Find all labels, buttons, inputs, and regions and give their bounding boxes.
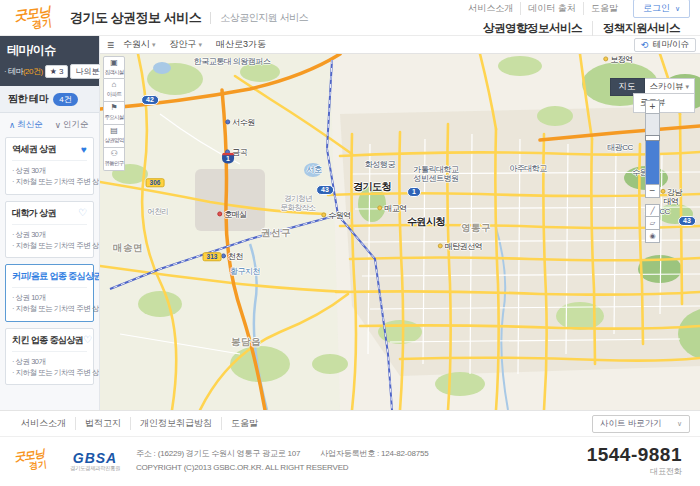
map-tool-label: 집객시설 <box>104 68 123 76</box>
theme-issue-button[interactable]: ⟲ 테마/이슈 <box>634 38 696 52</box>
footer-address-block: 주소 : (16229) 경기도 수원시 영통구 광교로 107 사업자등록번호… <box>136 447 428 474</box>
gbsa-logo: GBSA 경기도경제과학진흥원 <box>70 451 120 472</box>
theme-card-0[interactable]: 역세권 상권♥상권 30개지하철 또는 기차역 주변 상권 <box>5 137 94 195</box>
footer-links-bar: 서비스소개법적고지개인정보취급방침도움말 사이트 바로가기 ∨ <box>0 410 700 436</box>
liked-themes-count-badge: 4건 <box>53 93 77 106</box>
login-label: 로그인 <box>643 2 670 15</box>
map-canvas[interactable]: 한국교통대 의왕캠퍼스보정역경기도청수원시청수원역매교역매탄권선역서호화성행궁가… <box>100 54 700 410</box>
map-area: ≡ 수원시장안구매산로3가동 ⟲ 테마/이슈 <box>100 36 700 410</box>
chevron-down-icon: ∨ <box>675 5 680 13</box>
divider <box>210 12 211 24</box>
theme-card-list: 역세권 상권♥상권 30개지하철 또는 기차역 주변 상권대학가 상권♡상권 3… <box>0 135 99 393</box>
utility-link-1[interactable]: 데이터 출처 <box>520 2 583 15</box>
theme-card-detail-line: 지하철 또는 기차역 주변 상권 <box>12 240 87 251</box>
liked-themes-section: 찜한 테마 4건 <box>0 86 99 113</box>
zoom-slider-handle[interactable] <box>645 135 660 141</box>
login-button[interactable]: 로그인 ∨ <box>633 0 690 18</box>
footer-phone-block: 1544-9881 대표전화 <box>587 445 686 477</box>
map-tool-4[interactable]: ⚇유동인구 <box>103 148 125 171</box>
region-select-0[interactable]: 수원시 <box>123 38 155 51</box>
theme-tab-count: (20건) <box>23 67 43 76</box>
map-tool-label: 유동인구 <box>104 159 123 167</box>
sidebar-tab-1[interactable]: ★ 3 <box>45 65 69 78</box>
sidebar: 테마/이슈 테마(20건)★ 3나의분석 찜한 테마 4건 ∧최신순∨인기순 역… <box>0 36 100 410</box>
heart-icon[interactable]: ♡ <box>78 208 87 218</box>
menu-icon[interactable]: ≡ <box>107 39 114 51</box>
nav-tab-0[interactable]: 상권영향정보서비스 <box>473 21 592 36</box>
sidebar-title: 테마/이슈 <box>7 42 92 59</box>
theme-card-details: 상권 30개지하철 또는 기차역 주변 상권 <box>12 224 87 252</box>
footer-address: 주소 : (16229) 경기도 수원시 영통구 광교로 107 <box>136 449 300 458</box>
theme-card-detail-line: 지하철 또는 기차역 주변 상권 <box>12 176 87 187</box>
goodmorning-gyeonggi-logo-footer: 굿모닝 경기 <box>14 446 54 476</box>
theme-issue-label: 테마/이슈 <box>653 39 689 51</box>
map-tool-label: 아파트 <box>107 90 121 98</box>
ruler-icon[interactable]: ╱ <box>645 204 660 217</box>
sidebar-tabs: 테마(20건)★ 3나의분석 <box>0 64 99 86</box>
footer-links: 서비스소개법적고지개인정보취급방침도움말 <box>12 417 267 430</box>
region-select-2[interactable]: 매산로3가동 <box>216 38 266 51</box>
footer-copyright: COPYRIGHT (C)2013 GSBC.OR.KR. ALL RIGHT … <box>136 463 348 472</box>
map-tool-2[interactable]: ⚑주요시설 <box>103 102 125 125</box>
zoom-out-button[interactable]: − <box>645 184 660 198</box>
area-icon[interactable]: ▱ <box>645 217 660 230</box>
roadview-option[interactable]: 로드뷰 <box>633 93 695 113</box>
sidebar-tab-theme[interactable]: 테마(20건) <box>4 66 43 77</box>
site-shortcut-select[interactable]: 사이트 바로가기 ∨ <box>592 415 690 433</box>
map-tool-0[interactable]: ▣집객시설 <box>103 56 125 79</box>
zoom-in-button[interactable]: + <box>645 100 660 114</box>
goodmorning-gyeonggi-logo: 굿모닝 경기 <box>14 4 60 32</box>
chevron-down-icon: ∨ <box>677 420 682 428</box>
zoom-slider-fill <box>646 140 659 184</box>
theme-card-detail-line: 상권 30개 <box>12 356 87 367</box>
heart-icon[interactable]: ♥ <box>81 145 87 155</box>
sort-options: ∧최신순∨인기순 <box>0 113 99 135</box>
utility-bar: 서비스소개데이터 출처도움말 로그인 ∨ <box>461 0 690 18</box>
theme-card-details: 상권 30개지하철 또는 기차역 주변 상권 <box>12 351 87 379</box>
roadview-icon[interactable]: ◉ <box>645 230 660 243</box>
map-side-buttons: ╱▱◉ <box>645 204 660 243</box>
logo-text-bottom: 경기 <box>31 15 52 31</box>
theme-card-header: 치킨 업종 중심상권♡ <box>12 334 87 347</box>
house-icon: ⌂ <box>112 81 117 89</box>
sort-label: 인기순 <box>63 119 89 131</box>
book-icon: ▤ <box>110 127 118 135</box>
theme-card-details: 상권 10개지하철 또는 기차역 주변 상권 <box>12 287 87 315</box>
sort-option-1[interactable]: ∨인기순 <box>55 119 89 131</box>
footer-link-2[interactable]: 개인정보취급방침 <box>130 417 221 430</box>
zoom-slider-track[interactable] <box>645 114 660 184</box>
theme-card-details: 상권 30개지하철 또는 기차역 주변 상권 <box>12 160 87 188</box>
footer-link-0[interactable]: 서비스소개 <box>12 417 75 430</box>
map-toolbar: ≡ 수원시장안구매산로3가동 ⟲ 테마/이슈 <box>100 36 700 54</box>
sort-option-0[interactable]: ∧최신순 <box>9 119 43 131</box>
theme-card-title: 치킨 업종 중심상권 <box>12 334 83 347</box>
sort-label: 최신순 <box>17 119 43 131</box>
region-select-1[interactable]: 장안구 <box>169 38 201 51</box>
header: 굿모닝 경기 경기도 상권정보 서비스 소상공인지원 서비스 서비스소개데이터 … <box>0 0 700 36</box>
theme-card-detail-line: 상권 30개 <box>12 229 87 240</box>
footer-link-3[interactable]: 도움말 <box>221 417 267 430</box>
caret-down-icon: ∨ <box>55 120 61 130</box>
footer-phone-number: 1544-9881 <box>587 445 682 466</box>
people-icon: ⚇ <box>110 150 117 158</box>
footer-link-1[interactable]: 법적고지 <box>75 417 130 430</box>
theme-card-2[interactable]: 커피/음료 업종 중심상권♡상권 10개지하철 또는 기차역 주변 상권 <box>5 264 94 322</box>
sidebar-header: 테마/이슈 <box>0 36 99 64</box>
zoom-control: + − ╱▱◉ <box>645 100 660 243</box>
theme-card-3[interactable]: 치킨 업종 중심상권♡상권 30개지하철 또는 기차역 주변 상권 <box>5 328 94 386</box>
building-icon: ▣ <box>110 59 118 67</box>
refresh-circle-icon: ⟲ <box>641 40 649 50</box>
main: 테마/이슈 테마(20건)★ 3나의분석 찜한 테마 4건 ∧최신순∨인기순 역… <box>0 36 700 410</box>
heart-icon[interactable]: ♡ <box>83 335 92 345</box>
theme-card-detail-line: 지하철 또는 기차역 주변 상권 <box>12 367 87 378</box>
theme-card-1[interactable]: 대학가 상권♡상권 30개지하철 또는 기차역 주변 상권 <box>5 201 94 259</box>
footer-main: 굿모닝 경기 GBSA 경기도경제과학진흥원 주소 : (16229) 경기도 … <box>0 436 700 485</box>
utility-link-0[interactable]: 서비스소개 <box>461 2 520 15</box>
global-nav: 상권영향정보서비스정책지원서비스 <box>473 21 690 36</box>
nav-tab-1[interactable]: 정책지원서비스 <box>592 21 690 36</box>
utility-link-2[interactable]: 도움말 <box>583 2 625 15</box>
map-tool-label: 주요시설 <box>104 113 123 121</box>
map-layer-tools: ▣집객시설⌂아파트⚑주요시설▤상권영역⚇유동인구 <box>103 56 125 171</box>
map-tool-1[interactable]: ⌂아파트 <box>103 79 125 102</box>
map-tool-3[interactable]: ▤상권영역 <box>103 125 125 148</box>
